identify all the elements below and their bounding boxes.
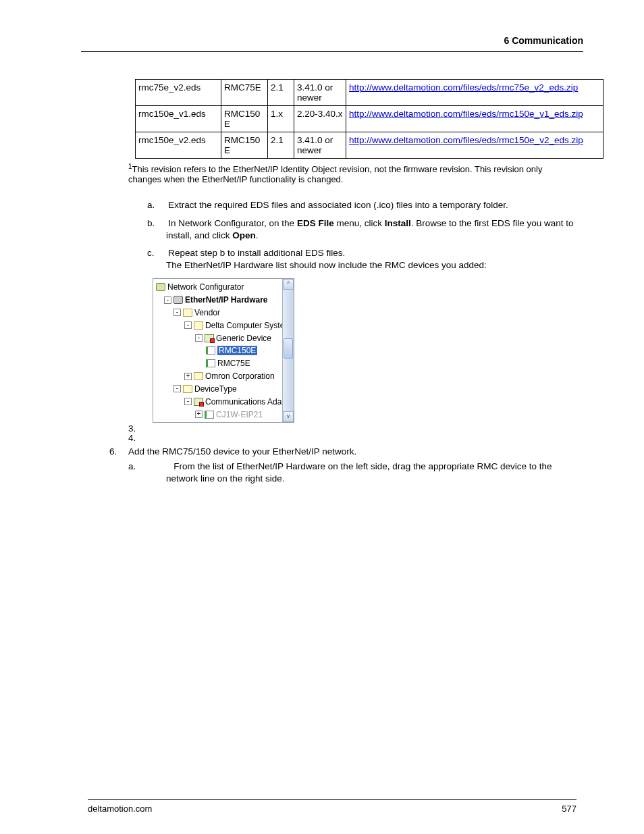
cell-fw: 2.20-3.40.x — [294, 106, 346, 132]
tree-item[interactable]: -Vendor — [156, 306, 294, 319]
collapse-icon[interactable]: - — [184, 321, 192, 329]
collapse-icon[interactable]: - — [173, 385, 181, 392]
device-icon — [206, 346, 215, 355]
table-row: rmc75e_v2.eds RMC75E 2.1 3.41.0 or newer… — [136, 80, 603, 106]
download-link[interactable]: http://www.deltamotion.com/files/eds/rmc… — [349, 82, 578, 93]
step-c: c. Repeat step b to install additional E… — [128, 247, 576, 271]
tree-item[interactable]: RMC75E — [156, 357, 294, 369]
tree-item[interactable]: -EtherNet/IP Hardware — [156, 293, 294, 306]
scroll-down-icon[interactable]: v — [283, 411, 294, 422]
collapse-icon[interactable]: - — [184, 398, 192, 405]
cell-file: rmc75e_v2.eds — [136, 80, 221, 106]
tree-item[interactable]: -DeviceType — [156, 382, 294, 395]
footer-page-number: 577 — [562, 804, 576, 814]
step-4-stub: 4. — [128, 434, 576, 444]
folder-icon — [194, 372, 203, 380]
collapse-icon[interactable]: - — [164, 296, 171, 304]
tree-item[interactable]: -Delta Computer Systems Inc — [156, 319, 294, 332]
cell-rev: 2.1 — [268, 80, 294, 106]
folder-icon — [183, 385, 192, 393]
folder-icon — [194, 321, 203, 330]
tree-item[interactable]: +Omron Corporation — [156, 369, 294, 382]
device-group-icon — [194, 398, 203, 406]
expand-icon[interactable]: + — [184, 373, 192, 380]
cell-url: http://www.deltamotion.com/files/eds/rmc… — [346, 106, 603, 132]
step-a: a. Extract the required EDS files and as… — [128, 199, 576, 211]
expand-icon[interactable]: + — [195, 411, 203, 418]
table-row: rmc150e_v1.eds RMC150E 1.x 2.20-3.40.x h… — [136, 106, 603, 132]
footnote: 1This revision refers to the EtherNet/IP… — [128, 163, 576, 184]
cell-fw: 3.41.0 or newer — [294, 80, 346, 106]
cell-file: rmc150e_v1.eds — [136, 106, 221, 132]
cell-rev: 1.x — [268, 106, 294, 132]
cell-device: RMC150E — [221, 132, 268, 159]
scroll-thumb[interactable] — [284, 338, 293, 359]
folder-icon — [183, 309, 192, 317]
cell-rev: 2.1 — [268, 132, 294, 159]
download-link[interactable]: http://www.deltamotion.com/files/eds/rmc… — [349, 135, 583, 145]
collapse-icon[interactable]: - — [195, 334, 203, 342]
tree-item-selected[interactable]: RMC150E — [156, 344, 294, 357]
table-row: rmc150e_v2.eds RMC150E 2.1 3.41.0 or new… — [136, 132, 603, 159]
cell-fw: 3.41.0 or newer — [294, 132, 346, 159]
step-b: b. In Network Configurator, on the EDS F… — [128, 217, 576, 242]
step-6: 6.Add the RMC75/150 device to your Ether… — [109, 446, 576, 485]
device-icon — [205, 411, 214, 419]
app-icon — [156, 283, 165, 291]
cell-file: rmc150e_v2.eds — [136, 132, 221, 159]
cell-device: RMC75E — [221, 80, 268, 106]
device-group-icon — [205, 334, 214, 342]
cell-url: http://www.deltamotion.com/files/eds/rmc… — [346, 80, 603, 106]
device-icon — [206, 359, 215, 367]
network-icon — [173, 296, 183, 304]
tree-item[interactable]: Network Configurator — [156, 280, 294, 293]
tree-scrollbar[interactable]: ^ v — [282, 279, 294, 421]
page-header: 6 Communication — [81, 35, 583, 52]
tree-item-cut: +CJ1W-EIP21 — [156, 408, 294, 421]
footer-left: deltamotion.com — [88, 804, 152, 814]
step-3-stub: 3. — [128, 424, 576, 434]
step-6a: a. From the list of EtherNet/IP Hardware… — [128, 461, 576, 485]
cell-url: http://www.deltamotion.com/files/eds/rmc… — [346, 132, 603, 159]
collapse-icon[interactable]: - — [173, 309, 181, 316]
download-link[interactable]: http://www.deltamotion.com/files/eds/rmc… — [349, 109, 583, 119]
tree-item[interactable]: -Communications Adapter — [156, 395, 294, 408]
scroll-up-icon[interactable]: ^ — [283, 279, 294, 290]
eds-table: rmc75e_v2.eds RMC75E 2.1 3.41.0 or newer… — [135, 79, 603, 159]
cell-device: RMC150E — [221, 106, 268, 132]
tree-item[interactable]: -Generic Device — [156, 332, 294, 344]
hardware-tree: ^ v Network Configurator -EtherNet/IP Ha… — [153, 278, 294, 422]
